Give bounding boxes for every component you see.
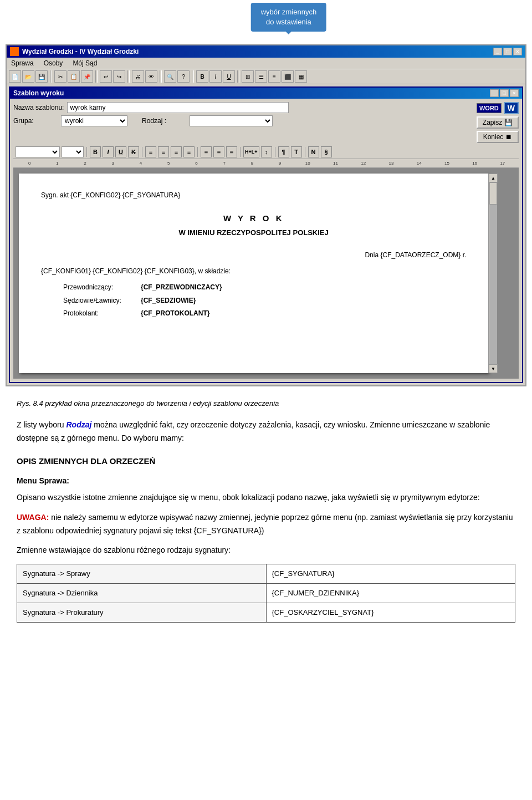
tb-extra3[interactable]: ≡ <box>268 70 280 83</box>
ruler-0: 0 <box>16 161 43 166</box>
tb-extra4[interactable]: ⬛ <box>282 70 294 83</box>
tb-bold[interactable]: B <box>196 70 208 83</box>
tb-sep6 <box>237 70 239 83</box>
doc-page[interactable]: Sygn. akt {CF_KONFIG02} {CF_SYGNATURA} W… <box>19 174 488 373</box>
numbering-btn[interactable]: N <box>308 146 319 157</box>
outer-window-title: Wydział Grodzki - IV Wydział Grodzki <box>22 48 139 55</box>
p1-start: Z listy wyboru <box>17 420 66 429</box>
menu-moj-sad[interactable]: Mój Sąd <box>70 59 99 68</box>
dialog-maximize-btn[interactable]: □ <box>500 89 509 97</box>
paragraph-btn[interactable]: ¶ <box>278 146 289 157</box>
outer-titlebar: Wydział Grodzki - IV Wydział Grodzki _ □… <box>7 45 525 58</box>
tb-underline[interactable]: U <box>223 70 235 83</box>
grupa-select[interactable]: wyroki <box>61 115 127 126</box>
minimize-outer-btn[interactable]: _ <box>493 48 502 55</box>
bold-btn[interactable]: B <box>90 146 101 157</box>
underline-btn[interactable]: U <box>115 146 126 157</box>
font-select[interactable] <box>16 146 60 157</box>
variables-table: Sygnatura -> Sprawy {CF_SYGNATURA} Sygna… <box>17 564 515 623</box>
tb-sep3 <box>127 70 130 83</box>
table-row-2: Sygnatura -> Prokuratury {CF_OSKARZYCIEL… <box>17 603 515 623</box>
rodzaj-select[interactable] <box>190 115 273 126</box>
doc-tb-sep3 <box>197 147 198 157</box>
scrollbar-track[interactable] <box>489 182 497 364</box>
tb-open[interactable]: 📂 <box>22 70 34 83</box>
scroll-up-btn[interactable]: ▲ <box>489 174 498 182</box>
align-center-btn[interactable]: ≡ <box>158 146 169 157</box>
header-btn[interactable]: H+L+ <box>243 146 259 157</box>
menu-sprawa[interactable]: Sprawa <box>9 59 36 68</box>
indent-btn[interactable]: = <box>201 146 212 157</box>
zmienne-text: Zmienne wstawiające do szablonu różnego … <box>17 544 515 557</box>
table-body: Sygnatura -> Sprawy {CF_SYGNATURA} Sygna… <box>17 564 515 623</box>
menu-osoby[interactable]: Osoby <box>42 59 65 68</box>
title-left: Wydział Grodzki - IV Wydział Grodzki <box>10 47 139 56</box>
maximize-outer-btn[interactable]: □ <box>503 48 512 55</box>
align-left-btn[interactable]: ≡ <box>145 146 156 157</box>
tb-help[interactable]: ? <box>177 70 190 83</box>
koniec-label: Koniec <box>483 133 504 141</box>
tb-redo[interactable]: ↪ <box>113 70 125 83</box>
doc-persons: Przewodniczący: {CF_PRZEWODNICZACY} Sędz… <box>63 282 466 319</box>
dialog-close-btn[interactable]: × <box>510 89 519 97</box>
tb-sep1 <box>50 70 52 83</box>
doc-scrollbar[interactable]: ▲ ▼ <box>488 174 497 373</box>
tb-print[interactable]: 🖨 <box>132 70 144 83</box>
size-select[interactable] <box>62 146 84 157</box>
zapisz-button[interactable]: Zapisz 💾 <box>477 116 519 129</box>
tb-undo[interactable]: ↩ <box>100 70 112 83</box>
protokolant-value: {CF_PROTOKOLANT} <box>141 308 209 319</box>
menu-bar: Sprawa Osoby Mój Sąd <box>7 58 525 69</box>
close-outer-btn[interactable]: × <box>513 48 522 55</box>
szablon-dialog: Szablon wyroku _ □ × Nazwa szablonu: <box>9 86 523 383</box>
tb-find[interactable]: 🔍 <box>164 70 176 83</box>
outer-window-controls[interactable]: _ □ × <box>493 48 522 55</box>
person-przewodniczacy: Przewodniczący: {CF_PRZEWODNICZACY} <box>63 282 466 293</box>
ruler-1: 1 <box>43 161 71 166</box>
strikethrough-btn[interactable]: K <box>128 146 139 157</box>
symbol-btn[interactable]: § <box>321 146 332 157</box>
person-sedziowie: Sędziowie/Ławnicy: {CF_SEDZIOWIE} <box>63 295 466 306</box>
tb-save[interactable]: 💾 <box>35 70 48 83</box>
tb-extra5[interactable]: ▦ <box>295 70 307 83</box>
tb-sep5 <box>192 70 194 83</box>
tb-italic[interactable]: I <box>209 70 222 83</box>
italic-btn[interactable]: I <box>103 146 114 157</box>
koniec-button[interactable]: Koniec ⏹ <box>477 131 519 143</box>
menu-sprawa-text: Opisano wszystkie istotne zmienne znajdu… <box>17 491 515 505</box>
przewodniczacy-label: Przewodniczący: <box>63 282 130 293</box>
outdent-btn[interactable]: = <box>213 146 224 157</box>
rodzaj-link[interactable]: Rodzaj <box>66 420 91 429</box>
ruler-14: 14 <box>405 161 433 166</box>
spacing-btn[interactable]: = <box>226 146 237 157</box>
sedziowie-value: {CF_SEDZIOWIE} <box>141 295 196 306</box>
tb-paste[interactable]: 📌 <box>81 70 93 83</box>
tb-preview[interactable]: 👁 <box>145 70 157 83</box>
tb-new[interactable]: 📄 <box>9 70 21 83</box>
dialog-controls[interactable]: _ □ × <box>490 89 519 97</box>
tb-extra2[interactable]: ☰ <box>255 70 267 83</box>
tb-extra1[interactable]: ⊞ <box>242 70 254 83</box>
doc-tb-sep1 <box>86 147 87 157</box>
outer-window: Wydział Grodzki - IV Wydział Grodzki _ □… <box>6 44 526 386</box>
dialog-minimize-btn[interactable]: _ <box>490 89 499 97</box>
menu-sprawa-heading: Menu Sprawa: <box>17 475 515 488</box>
dialog-title: Szablon wyroku <box>13 89 64 97</box>
table-btn[interactable]: T <box>291 146 302 157</box>
doc-title: W Y R O K <box>41 212 466 225</box>
protokolant-label: Protokolant: <box>63 308 130 319</box>
scrollbar-thumb[interactable] <box>489 182 497 205</box>
arrow-updown-btn[interactable]: ↕ <box>261 146 272 157</box>
nazwa-input[interactable] <box>67 102 289 113</box>
align-justify-btn[interactable]: ≡ <box>183 146 195 157</box>
bottom-content: Rys. 8.4 przykład okna przeznaczonego do… <box>0 386 532 634</box>
ruler-10: 10 <box>294 161 321 166</box>
doc-area: Sygn. akt {CF_KONFIG02} {CF_SYGNATURA} W… <box>13 168 519 379</box>
dialog-titlebar: Szablon wyroku _ □ × <box>10 88 522 99</box>
right-buttons: WORD W Zapisz 💾 Koniec ⏹ <box>477 102 519 143</box>
ruler-12: 12 <box>350 161 377 166</box>
tb-copy[interactable]: 📋 <box>68 70 80 83</box>
align-right-btn[interactable]: ≡ <box>171 146 182 157</box>
tb-cut[interactable]: ✂ <box>54 70 66 83</box>
scroll-down-btn[interactable]: ▼ <box>489 364 498 373</box>
